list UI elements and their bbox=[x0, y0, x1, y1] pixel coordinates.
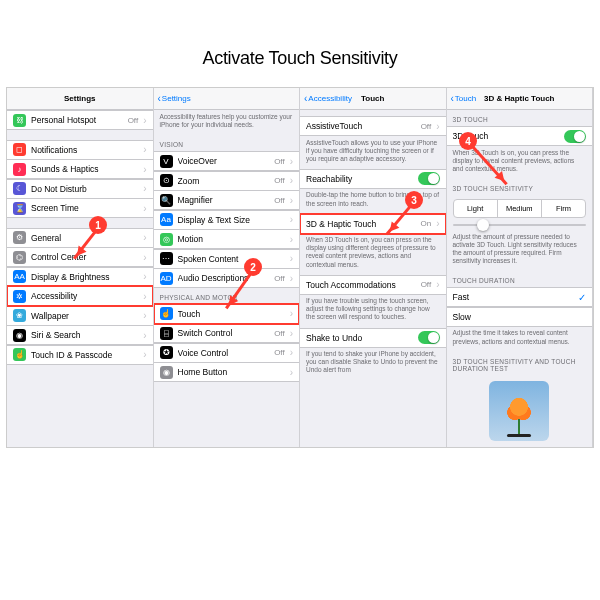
row-label: Do Not Disturb bbox=[31, 184, 138, 194]
row-icon: AD bbox=[160, 272, 173, 285]
row-value: Off bbox=[421, 122, 432, 131]
row-icon: AA bbox=[13, 270, 26, 283]
chevron-right-icon: › bbox=[143, 271, 146, 282]
chevron-right-icon: › bbox=[143, 144, 146, 155]
row-label: Display & Text Size bbox=[178, 215, 285, 225]
back-to-settings[interactable]: ‹Settings bbox=[158, 94, 191, 104]
row-duration-slow[interactable]: Slow bbox=[447, 307, 593, 327]
row-assistivetouch[interactable]: AssistiveTouch Off › bbox=[300, 116, 446, 136]
row-label: Reachability bbox=[306, 174, 413, 184]
back-label: Touch bbox=[455, 94, 476, 103]
row-3d-touch-toggle[interactable]: 3D Touch bbox=[447, 126, 593, 146]
seg-light[interactable]: Light bbox=[454, 200, 497, 217]
chevron-right-icon: › bbox=[143, 310, 146, 321]
sensitivity-slider[interactable] bbox=[453, 224, 587, 226]
sensitivity-footer: Adjust the amount of pressure needed to … bbox=[447, 230, 593, 272]
row-label: Spoken Content bbox=[178, 254, 285, 264]
settings-row[interactable]: ⛓Personal HotspotOff› bbox=[7, 110, 153, 130]
settings-row[interactable]: ◎Motion› bbox=[154, 229, 300, 249]
settings-row[interactable]: AaDisplay & Text Size› bbox=[154, 210, 300, 230]
row-icon: Aa bbox=[160, 213, 173, 226]
panel-3d-haptic: ‹Touch 3D & Haptic Touch 3D TOUCH 3D Tou… bbox=[447, 88, 594, 447]
section-test: 3D TOUCH SENSITIVITY AND TOUCH DURATION … bbox=[447, 352, 593, 375]
settings-list[interactable]: ⛓Personal HotspotOff›◻Notifications›♪Sou… bbox=[7, 110, 153, 447]
section-motor: PHYSICAL AND MOTOR bbox=[154, 288, 300, 304]
settings-row[interactable]: AADisplay & Brightness› bbox=[7, 267, 153, 287]
row-label: Zoom bbox=[178, 176, 270, 186]
settings-row[interactable]: ✪Voice ControlOff› bbox=[154, 343, 300, 363]
toggle-reachability[interactable] bbox=[418, 172, 440, 185]
settings-row[interactable]: ♪Sounds & Haptics› bbox=[7, 159, 153, 179]
back-to-accessibility[interactable]: ‹Accessibility bbox=[304, 94, 352, 104]
titlebar-accessibility: ‹Settings bbox=[154, 88, 300, 110]
panel-accessibility: ‹Settings Accessibility features help yo… bbox=[154, 88, 301, 447]
title-settings: Settings bbox=[64, 94, 96, 103]
row-icon: ⌸ bbox=[160, 327, 173, 340]
shake-footer: If you tend to shake your iPhone by acci… bbox=[300, 347, 446, 380]
row-value: Off bbox=[421, 280, 432, 289]
row-label: Slow bbox=[453, 312, 587, 322]
row-touch-accommodations[interactable]: Touch Accommodations Off › bbox=[300, 275, 446, 295]
settings-row[interactable]: ☝Touch› bbox=[154, 304, 300, 324]
settings-row[interactable]: ⌸Switch ControlOff› bbox=[154, 323, 300, 343]
chevron-right-icon: › bbox=[143, 232, 146, 243]
sensitivity-slider-wrap bbox=[447, 222, 593, 230]
sensitivity-test-image[interactable] bbox=[489, 381, 549, 441]
slider-thumb[interactable] bbox=[477, 219, 489, 231]
settings-row[interactable]: ◻Notifications› bbox=[7, 140, 153, 160]
row-label: Home Button bbox=[178, 367, 285, 377]
chevron-right-icon: › bbox=[436, 121, 439, 132]
title-touch: Touch bbox=[361, 94, 384, 103]
row-icon: ☝ bbox=[160, 307, 173, 320]
touch-list[interactable]: AssistiveTouch Off › AssistiveTouch allo… bbox=[300, 110, 446, 447]
row-icon: ◻ bbox=[13, 143, 26, 156]
row-icon: 🔍 bbox=[160, 194, 173, 207]
assistivetouch-footer: AssistiveTouch allows you to use your iP… bbox=[300, 136, 446, 169]
seg-medium[interactable]: Medium bbox=[497, 200, 541, 217]
seg-firm[interactable]: Firm bbox=[541, 200, 585, 217]
back-label: Accessibility bbox=[308, 94, 352, 103]
row-3d-haptic-touch[interactable]: 3D & Haptic Touch On › bbox=[300, 214, 446, 234]
row-label: Audio Descriptions bbox=[178, 273, 270, 283]
settings-row[interactable]: ⚙General› bbox=[7, 228, 153, 248]
settings-row[interactable]: ⌛Screen Time› bbox=[7, 198, 153, 218]
panel-touch: ‹Accessibility Touch AssistiveTouch Off … bbox=[300, 88, 447, 447]
settings-row[interactable]: ⌬Control Center› bbox=[7, 247, 153, 267]
section-duration: TOUCH DURATION bbox=[447, 271, 593, 287]
sensitivity-segmented[interactable]: Light Medium Firm bbox=[453, 199, 587, 218]
row-icon: V bbox=[160, 155, 173, 168]
toggle-3d-touch[interactable] bbox=[564, 130, 586, 143]
row-value: Off bbox=[274, 157, 285, 166]
haptic-settings-list[interactable]: 3D TOUCH 3D Touch When 3D Touch is on, y… bbox=[447, 110, 593, 447]
row-value: On bbox=[420, 219, 431, 228]
back-to-touch[interactable]: ‹Touch bbox=[451, 94, 477, 104]
row-value: Off bbox=[274, 196, 285, 205]
settings-row[interactable]: ☝Touch ID & Passcode› bbox=[7, 345, 153, 365]
settings-row[interactable]: ◉Home Button› bbox=[154, 362, 300, 382]
row-shake-to-undo[interactable]: Shake to Undo bbox=[300, 328, 446, 348]
settings-row[interactable]: ◉Siri & Search› bbox=[7, 325, 153, 345]
chevron-right-icon: › bbox=[290, 273, 293, 284]
row-value: Off bbox=[128, 116, 139, 125]
settings-row[interactable]: 🔍MagnifierOff› bbox=[154, 190, 300, 210]
settings-row[interactable]: ❀Wallpaper› bbox=[7, 306, 153, 326]
row-icon: ✪ bbox=[160, 346, 173, 359]
row-duration-fast[interactable]: Fast ✓ bbox=[447, 287, 593, 307]
chevron-right-icon: › bbox=[436, 279, 439, 290]
row-reachability[interactable]: Reachability bbox=[300, 169, 446, 189]
titlebar-settings: Settings bbox=[7, 88, 153, 110]
settings-row[interactable]: ✲Accessibility› bbox=[7, 286, 153, 306]
accessibility-list[interactable]: Accessibility features help you customiz… bbox=[154, 110, 300, 447]
settings-row[interactable]: VVoiceOverOff› bbox=[154, 151, 300, 171]
chevron-left-icon: ‹ bbox=[451, 94, 454, 104]
toggle-shake-undo[interactable] bbox=[418, 331, 440, 344]
settings-row[interactable]: ⊙ZoomOff› bbox=[154, 171, 300, 191]
settings-row[interactable]: ☾Do Not Disturb› bbox=[7, 179, 153, 199]
chevron-right-icon: › bbox=[143, 252, 146, 263]
settings-row[interactable]: ADAudio DescriptionsOff› bbox=[154, 268, 300, 288]
chevron-right-icon: › bbox=[143, 164, 146, 175]
row-label: AssistiveTouch bbox=[306, 121, 416, 131]
chevron-right-icon: › bbox=[290, 347, 293, 358]
row-icon: ☝ bbox=[13, 348, 26, 361]
settings-row[interactable]: ⋯Spoken Content› bbox=[154, 249, 300, 269]
